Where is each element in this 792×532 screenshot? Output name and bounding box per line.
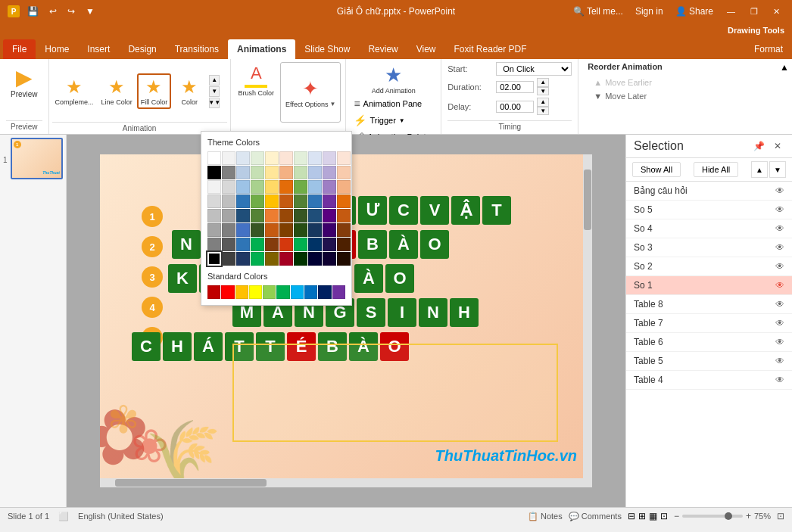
sel-item-bangcauhoi[interactable]: Bảng câu hỏi 👁 [626,182,792,201]
color-cell[interactable] [323,166,336,179]
color-cell[interactable] [323,209,336,222]
visibility-icon-2[interactable]: 👁 [775,223,784,234]
color-cell[interactable] [337,238,351,251]
color-cell[interactable] [279,252,293,266]
add-animation-button[interactable]: ★ Add Animation [367,62,420,96]
sel-item-so3[interactable]: So 3 👁 [626,238,792,257]
zoom-thumb[interactable] [725,512,732,520]
color-cell[interactable] [294,194,307,208]
tab-foxitpdf[interactable]: Foxit Reader PDF [445,39,536,59]
color-cell[interactable] [236,209,250,222]
color-cell[interactable] [308,209,322,222]
color-cell-selected[interactable] [207,252,221,266]
comments-button[interactable]: 💬 Comments [569,512,622,521]
visibility-icon-1[interactable]: 👁 [775,204,784,215]
scroll-more-btn[interactable]: ▼▼ [209,98,220,108]
visibility-icon-7[interactable]: 👁 [775,318,784,328]
color-cell[interactable] [294,151,307,165]
color-cell[interactable] [265,166,279,179]
scrollbar-vertical[interactable] [583,154,592,487]
hide-all-button[interactable]: Hide All [694,162,738,177]
color-cell[interactable] [222,238,235,251]
color-cell[interactable] [323,252,336,266]
color-cell[interactable] [294,180,307,194]
color-cell[interactable] [308,194,322,208]
color-cell[interactable] [337,151,351,165]
sel-item-so1[interactable]: So 1 👁 [626,276,792,295]
color-cell[interactable] [294,166,307,179]
move-down-arrow-button[interactable]: ▼ [769,161,786,178]
customize-qat-button[interactable]: ▼ [83,5,98,18]
color-cell[interactable] [236,223,250,237]
color-cell[interactable] [265,223,279,237]
visibility-icon-8[interactable]: 👁 [775,337,784,347]
color-cell[interactable] [265,151,279,165]
sign-in-button[interactable]: Sign in [632,5,666,18]
std-color-7[interactable] [304,285,317,299]
color-cell[interactable] [222,166,235,179]
move-earlier-button[interactable]: ▲ Move Earlier [588,76,663,89]
anim-btn-color[interactable]: ★ Color [173,75,206,107]
std-color-3[interactable] [249,285,262,299]
color-cell[interactable] [265,194,279,208]
tab-design[interactable]: Design [119,39,165,59]
close-button[interactable]: ✕ [769,5,784,18]
color-cell[interactable] [323,238,336,251]
selection-panel-close-button[interactable]: ✕ [771,139,784,153]
color-cell[interactable] [323,223,336,237]
redo-button[interactable]: ↪ [64,5,78,18]
std-color-6[interactable] [291,285,304,299]
scroll-thumb-vertical[interactable] [584,170,591,230]
tab-insert[interactable]: Insert [78,39,119,59]
preview-button[interactable]: ▶ Preview [6,62,42,101]
move-up-arrow-button[interactable]: ▲ [751,161,768,178]
animation-pane-button[interactable]: ≡ Animation Pane [351,96,436,111]
color-cell[interactable] [222,194,235,208]
color-cell[interactable] [207,194,221,208]
scroll-up-btn[interactable]: ▲ [209,75,220,86]
color-cell[interactable] [207,180,221,194]
undo-button[interactable]: ↩ [46,5,60,18]
fit-slide-button[interactable]: ⊡ [777,511,784,521]
visibility-icon-4[interactable]: 👁 [775,261,784,272]
color-cell[interactable] [294,238,307,251]
effect-options-button[interactable]: ✦ Effect Options ▼ [280,62,341,123]
color-cell[interactable] [294,252,307,266]
color-cell[interactable] [207,151,221,165]
color-cell[interactable] [337,180,351,194]
color-cell[interactable] [308,166,322,179]
color-cell[interactable] [222,252,235,266]
visibility-icon-10[interactable]: 👁 [775,375,784,385]
color-cell[interactable] [207,238,221,251]
tab-transitions[interactable]: Transitions [166,39,228,59]
sel-item-table5[interactable]: Table 5 👁 [626,352,792,371]
sel-item-so2[interactable]: So 2 👁 [626,257,792,276]
anim-btn-fillcolor[interactable]: ★ Fill Color [137,73,172,109]
anim-btn-linecolor[interactable]: ★ Line Color [98,75,136,107]
duration-up-btn[interactable]: ▲ [537,78,549,87]
color-cell[interactable] [308,252,322,266]
color-cell[interactable] [222,209,235,222]
std-color-9[interactable] [332,285,345,299]
color-cell[interactable] [294,209,307,222]
duration-down-btn[interactable]: ▼ [537,87,549,96]
color-cell[interactable] [323,180,336,194]
visibility-icon-6[interactable]: 👁 [775,299,784,310]
tell-me-button[interactable]: 🔍 Tell me... [570,5,626,18]
tab-file[interactable]: File [3,39,36,59]
color-cell[interactable] [265,180,279,194]
color-cell[interactable] [337,223,351,237]
color-cell[interactable] [308,223,322,237]
start-select[interactable]: On Click With Previous After Previous [496,62,572,76]
move-later-button[interactable]: ▼ Move Later [588,89,663,103]
color-cell[interactable] [251,252,264,266]
duration-input[interactable] [496,81,534,93]
show-all-button[interactable]: Show All [632,162,681,177]
sel-item-so5[interactable]: So 5 👁 [626,201,792,219]
color-cell[interactable] [251,223,264,237]
sel-item-table6[interactable]: Table 6 👁 [626,333,792,352]
slide-thumbnail[interactable]: 1 ThuThuat [11,138,63,179]
trigger-button[interactable]: ⚡ Trigger ▼ [351,113,436,128]
color-cell[interactable] [337,209,351,222]
color-cell[interactable] [265,252,279,266]
